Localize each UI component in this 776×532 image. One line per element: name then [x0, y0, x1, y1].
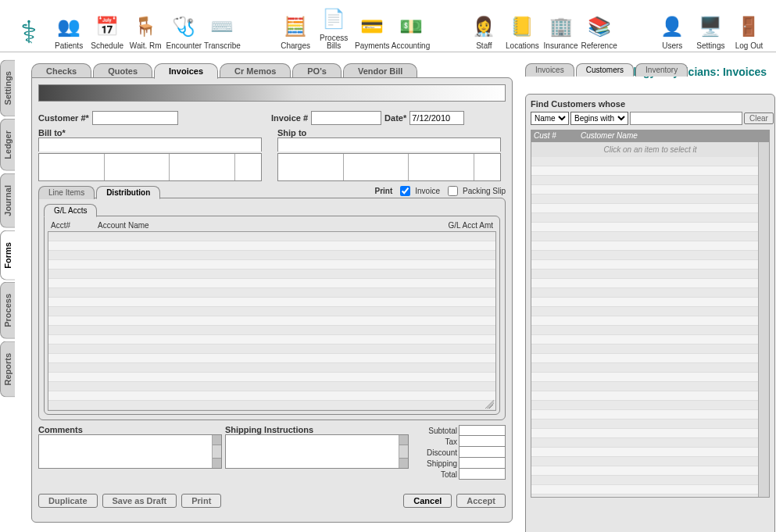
toolbar-label: Reference — [581, 42, 617, 50]
sidetab-reports[interactable]: Reports — [0, 341, 15, 398]
doctab-checks[interactable]: Checks — [31, 63, 91, 79]
doctab-po-s[interactable]: PO's — [292, 63, 342, 79]
toolbar-schedule-button[interactable]: 📅Schedule — [88, 12, 127, 50]
toolbar-log-out-button[interactable]: 🚪Log Out — [730, 12, 768, 50]
customer-no-label: Customer #* — [38, 113, 89, 123]
scrollbar[interactable] — [212, 435, 221, 468]
wait-rm-icon: 🪑 — [131, 12, 159, 41]
gl-col-acctno: Acct# — [51, 221, 98, 230]
accept-button[interactable]: Accept — [456, 494, 506, 508]
scrollbar[interactable] — [399, 435, 408, 468]
duplicate-button[interactable]: Duplicate — [38, 494, 98, 508]
gl-accts-panel: Acct# Account Name G/L Acct Amt — [44, 216, 500, 415]
sidetab-process[interactable]: Process — [0, 282, 15, 339]
toolbar-locations-button[interactable]: 📒Locations — [503, 12, 542, 50]
find-operator-select[interactable]: Begins with — [570, 112, 628, 125]
scrollbar[interactable] — [758, 142, 769, 497]
toolbar-label: Insurance — [544, 42, 578, 50]
gl-grid-header: Acct# Account Name G/L Acct Amt — [48, 220, 496, 231]
subtotal-label: Subtotal — [412, 427, 459, 435]
gl-subtabs: G/L Accts — [44, 203, 500, 216]
toolbar-label: Transcribe — [204, 42, 241, 50]
discount-label: Discount — [412, 448, 459, 457]
sidepanel-tab-inventory[interactable]: Inventory — [635, 63, 688, 77]
subtab-distribution[interactable]: Distribution — [96, 186, 160, 199]
shipping-instructions-label: Shipping Instructions — [225, 425, 409, 434]
doctab-quotes[interactable]: Quotes — [93, 63, 152, 79]
sidetab-forms[interactable]: Forms — [0, 230, 15, 280]
col-cust-name: Customer Name — [581, 131, 638, 140]
toolbar-staff-button[interactable]: 👩‍⚕️Staff — [465, 12, 503, 50]
staff-icon: 👩‍⚕️ — [470, 12, 498, 41]
footer-fields-row: Comments Shipping Instructions Subtotal … — [38, 425, 506, 480]
toolbar-label: Users — [662, 42, 682, 50]
toolbar-insurance-button[interactable]: 🏢Insurance — [542, 12, 580, 50]
comments-textarea[interactable] — [38, 434, 222, 469]
shipping-instructions-textarea[interactable] — [225, 434, 409, 469]
minitab-g-l-accts[interactable]: G/L Accts — [44, 204, 97, 217]
toolbar-reference-button[interactable]: 📚Reference — [580, 12, 618, 50]
bill-to-address[interactable] — [38, 153, 262, 181]
toolbar-settings-button[interactable]: 🖥️Settings — [692, 12, 730, 50]
reference-icon: 📚 — [585, 12, 613, 41]
schedule-icon: 📅 — [93, 12, 121, 41]
bill-to-block: Bill to* — [38, 128, 262, 181]
toolbar-label: Process Bills — [315, 34, 353, 50]
toolbar-process-bills-button[interactable]: 📄Process Bills — [315, 5, 353, 50]
toolbar-transcribe-button[interactable]: ⌨️Transcribe — [203, 12, 241, 50]
toolbar-label: Encounter — [166, 42, 202, 50]
toolbar-label: Wait. Rm — [130, 42, 162, 50]
date-input[interactable] — [409, 111, 464, 125]
side-tabs: SettingsLedgerJournalFormsProcessReports — [0, 59, 20, 532]
button-bar: Duplicate Save as Draft Print Cancel Acc… — [38, 494, 506, 508]
toolbar-encounter-button[interactable]: 🩺Encounter — [165, 12, 203, 50]
bill-to-line1[interactable] — [38, 137, 262, 152]
toolbar-label: Charges — [281, 42, 310, 50]
customers-grid-body[interactable]: Click on an item to select it — [531, 141, 770, 498]
shipping-label: Shipping — [412, 459, 459, 468]
settings-icon: 🖥️ — [696, 12, 724, 41]
toolbar-accounting-button[interactable]: 💵Accounting — [392, 12, 430, 50]
ship-to-block: Ship to — [277, 128, 501, 181]
users-icon: 👤 — [658, 12, 686, 41]
tax-label: Tax — [412, 437, 459, 446]
sidetab-ledger[interactable]: Ledger — [0, 119, 15, 171]
toolbar-charges-button[interactable]: 🧮Charges — [277, 12, 315, 50]
payments-icon: 💳 — [358, 12, 386, 41]
distribution-panel: G/L Accts Acct# Account Name G/L Acct Am… — [38, 198, 506, 420]
cancel-button[interactable]: Cancel — [403, 494, 452, 508]
sidepanel-tab-customers[interactable]: Customers — [576, 63, 634, 77]
save-as-draft-button[interactable]: Save as Draft — [102, 494, 177, 508]
toolbar-label: Patients — [55, 42, 83, 50]
find-text-input[interactable] — [630, 112, 742, 125]
doctab-invoices[interactable]: Invoices — [154, 63, 218, 79]
subtab-line-items[interactable]: Line Items — [38, 186, 95, 199]
comments-label: Comments — [38, 425, 222, 434]
sidepanel-tab-invoices[interactable]: Invoices — [525, 63, 574, 77]
bill-to-label: Bill to* — [38, 128, 66, 137]
doctab-cr-memos[interactable]: Cr Memos — [220, 63, 291, 79]
find-field-select[interactable]: Name — [531, 112, 569, 125]
ship-to-line1[interactable] — [277, 137, 501, 152]
toolbar-wait-rm-button[interactable]: 🪑Wait. Rm — [127, 12, 165, 50]
toolbar-label: Locations — [506, 42, 539, 50]
invoice-no-input[interactable] — [311, 111, 381, 125]
charges-icon: 🧮 — [281, 12, 309, 41]
customer-no-input[interactable] — [92, 111, 178, 125]
process-bills-icon: 📄 — [320, 5, 348, 33]
document-tabs: ChecksQuotesInvoicesCr MemosPO'sVendor B… — [31, 62, 513, 78]
subtotal-value — [459, 425, 506, 436]
sidetab-settings[interactable]: Settings — [0, 59, 15, 116]
ship-to-label: Ship to — [277, 128, 306, 137]
sidetab-journal[interactable]: Journal — [0, 173, 15, 228]
toolbar-users-button[interactable]: 👤Users — [653, 12, 692, 50]
clear-button[interactable]: Clear — [744, 112, 774, 124]
doctab-vendor-bill[interactable]: Vendor Bill — [343, 63, 417, 79]
right-column: InvoicesCustomersInventory Find Customer… — [525, 62, 775, 529]
toolbar-patients-button[interactable]: 👥Patients — [50, 12, 88, 50]
discount-value — [459, 447, 506, 458]
toolbar-payments-button[interactable]: 💳Payments — [353, 12, 392, 50]
ship-to-address[interactable] — [277, 153, 501, 181]
gl-grid-body[interactable] — [48, 231, 496, 411]
print-button[interactable]: Print — [181, 494, 221, 508]
